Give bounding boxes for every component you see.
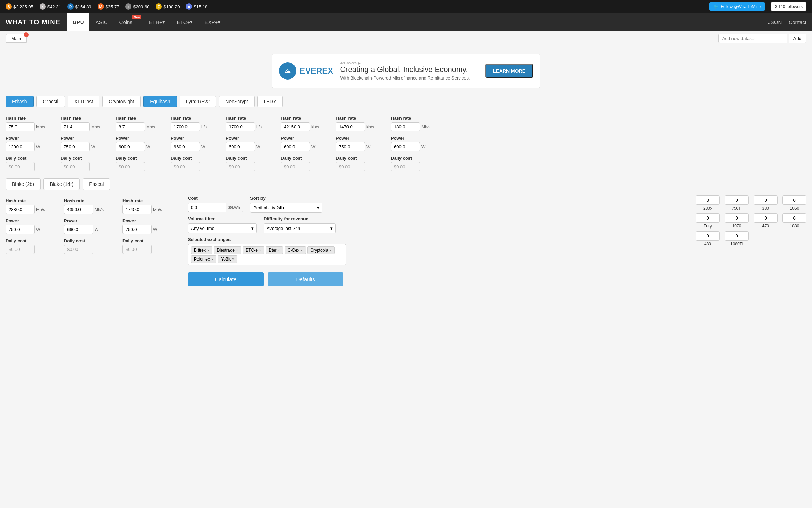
chevron-down-icon: ▾ — [218, 19, 221, 25]
cost-input[interactable] — [188, 203, 226, 212]
add-dataset-button[interactable]: Add — [789, 34, 806, 43]
remove-bittrex-button[interactable]: × — [207, 248, 209, 252]
blake2b-hashrate-input[interactable] — [6, 205, 35, 214]
lyra2rev2-hashrate-input[interactable] — [281, 122, 310, 131]
algo-btn-pascal[interactable]: Pascal — [83, 178, 110, 190]
blake14r-dailycost-input[interactable] — [64, 245, 93, 254]
sortby-select[interactable]: Profitability 24h ▾ — [250, 203, 322, 213]
algo-btn-neoscrypt[interactable]: NeoScrypt — [219, 96, 254, 107]
gpu-count-380[interactable] — [754, 195, 778, 205]
pascal-hashrate-input[interactable] — [122, 205, 152, 214]
dataset-input[interactable] — [718, 34, 787, 43]
lyra2rev2-power-input[interactable] — [281, 142, 310, 151]
neoscrypt-hashrate-input[interactable] — [336, 122, 365, 131]
gpu-cell-1080ti: 1080Ti — [725, 231, 749, 246]
ethash-hashrate-label: Hash rate — [6, 116, 54, 121]
gpu-count-fury[interactable] — [696, 213, 720, 223]
cryptonight-power-input[interactable] — [171, 142, 200, 151]
groestl-hashrate-input[interactable] — [61, 122, 90, 131]
neoscrypt-dailycost-input[interactable] — [336, 162, 365, 171]
lyra2rev2-dailycost-input[interactable] — [281, 162, 310, 171]
volume-select[interactable]: Any volume ▾ — [188, 223, 257, 233]
gpu-count-470[interactable] — [754, 213, 778, 223]
mining-col-x11gost: Hash rate Mh/s Power W Daily cost — [116, 113, 164, 171]
chevron-down-icon: ▾ — [190, 19, 193, 25]
groestl-power-input[interactable] — [61, 142, 90, 151]
algo-btn-blake2b[interactable]: Blake (2b) — [6, 178, 41, 190]
gpu-cell-470: 470 — [754, 213, 778, 229]
followers-badge: 3,110 followers — [771, 2, 806, 11]
blake2b-power-input[interactable] — [6, 225, 35, 234]
json-link[interactable]: JSON — [768, 19, 782, 25]
gpu-count-1080[interactable] — [782, 213, 806, 223]
ad-headline: Creating a Global, Inclusive Economy. — [340, 65, 479, 74]
nav-item-gpu[interactable]: GPU — [67, 13, 89, 31]
algo-btn-groestl[interactable]: Groestl — [36, 96, 65, 107]
difficulty-select[interactable]: Average last 24h ▾ — [264, 223, 336, 233]
groestl-dailycost-input[interactable] — [61, 162, 90, 171]
remove-yobit-button[interactable]: × — [232, 257, 234, 261]
gpu-count-1080ti[interactable] — [725, 231, 749, 241]
calculate-button[interactable]: Calculate — [188, 272, 264, 286]
gpu-count-280x[interactable] — [696, 195, 720, 205]
close-tab-button[interactable]: × — [24, 32, 29, 37]
cryptonight-dailycost-input[interactable] — [171, 162, 200, 171]
algo-btn-blake14r[interactable]: Blake (14r) — [43, 178, 80, 190]
exchange-btce: BTC-e × — [243, 246, 264, 254]
gpu-count-1070[interactable] — [725, 213, 749, 223]
equihash-hashrate-input[interactable] — [226, 122, 255, 131]
x11gost-dailycost-input[interactable] — [116, 162, 145, 171]
gpu-count-1060[interactable] — [782, 195, 806, 205]
ad-choices: AdChoices ▶ — [340, 61, 479, 65]
equihash-dailycost-input[interactable] — [226, 162, 255, 171]
algo-btn-lbry[interactable]: LBRY — [257, 96, 283, 107]
lbry-dailycost-input[interactable] — [391, 162, 420, 171]
pascal-power-input[interactable] — [122, 225, 152, 234]
defaults-button[interactable]: Defaults — [268, 272, 343, 286]
exchange-poloniex: Poloniex × — [191, 255, 216, 263]
x11gost-power-input[interactable] — [116, 142, 145, 151]
gpu-count-750ti[interactable] — [725, 195, 749, 205]
blake14r-power-input[interactable] — [64, 225, 93, 234]
twitter-icon: 🐦 — [714, 4, 719, 9]
nav-item-coins[interactable]: Coins New — [114, 13, 143, 31]
algo-btn-x11gost[interactable]: X11Gost — [68, 96, 99, 107]
contact-link[interactable]: Contact — [789, 19, 806, 25]
remove-btce-button[interactable]: × — [259, 248, 261, 252]
exchanges-label: Selected exchanges — [188, 237, 346, 242]
neoscrypt-power-input[interactable] — [336, 142, 365, 151]
equihash-power-input[interactable] — [226, 142, 255, 151]
remove-poloniex-button[interactable]: × — [211, 257, 213, 261]
arrow-icon: ↑ — [125, 3, 131, 10]
nav-item-etc-plus[interactable]: ETC+ ▾ — [171, 13, 199, 31]
mining-col-cryptonight: Hash rate h/s Power W Daily cost — [171, 113, 219, 171]
remove-cryptopia-button[interactable]: × — [330, 248, 332, 252]
nav-item-exp-plus[interactable]: EXP+ ▾ — [199, 13, 226, 31]
nav-item-asic[interactable]: ASIC — [90, 13, 113, 31]
follow-button[interactable]: 🐦 Follow @WhatToMine — [709, 2, 765, 11]
algo-btn-equihash[interactable]: Equihash — [143, 96, 177, 107]
cost-input-wrapper: $/kWh — [188, 203, 243, 212]
algo-btn-lyra2rev2[interactable]: Lyra2REv2 — [180, 96, 216, 107]
remove-bleutrade-button[interactable]: × — [236, 248, 238, 252]
gpu-count-480[interactable] — [696, 231, 720, 241]
x11gost-hashrate-input[interactable] — [116, 122, 145, 131]
remove-ccex-button[interactable]: × — [301, 248, 303, 252]
main-content: Ethash Groestl X11Gost CryptoNight Equih… — [0, 96, 812, 293]
blake14r-hashrate-input[interactable] — [64, 205, 93, 214]
algo-btn-cryptonight[interactable]: CryptoNight — [102, 96, 141, 107]
ethash-hashrate-input[interactable] — [6, 122, 35, 131]
remove-bter-button[interactable]: × — [278, 248, 280, 252]
cryptonight-hashrate-input[interactable] — [171, 122, 200, 131]
xmr-price: M $35.77 — [98, 3, 119, 10]
algo-btn-ethash[interactable]: Ethash — [6, 96, 34, 107]
ethash-power-input[interactable] — [6, 142, 35, 151]
lbry-power-input[interactable] — [391, 142, 420, 151]
ethash-dailycost-input[interactable] — [6, 162, 35, 171]
nav-item-eth-plus[interactable]: ETH+ ▾ — [143, 13, 171, 31]
main-tab[interactable]: Main × — [6, 34, 27, 43]
pascal-dailycost-input[interactable] — [122, 245, 152, 254]
lbry-hashrate-input[interactable] — [391, 122, 420, 131]
blake2b-dailycost-input[interactable] — [6, 245, 35, 254]
ad-cta-button[interactable]: LEARN MORE — [485, 64, 533, 78]
